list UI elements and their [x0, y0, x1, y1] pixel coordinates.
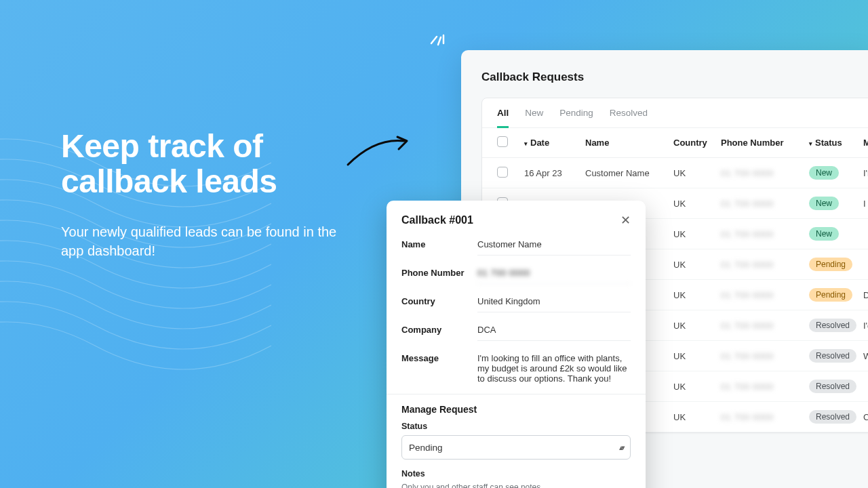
status-select-value: Pending: [409, 443, 443, 453]
cell-country: UK: [673, 412, 721, 422]
cell-phone: 01 700 0000: [721, 412, 809, 422]
field-country-value: United Kingdom: [477, 296, 631, 312]
table-tabs: All New Pending Resolved: [482, 98, 868, 128]
svg-line-0: [431, 37, 437, 43]
status-select[interactable]: Pending ▴▾: [401, 435, 631, 460]
tab-resolved[interactable]: Resolved: [610, 108, 648, 127]
status-badge: Resolved: [809, 319, 856, 332]
col-name[interactable]: Name: [585, 138, 673, 148]
status-badge: Pending: [809, 288, 852, 302]
cell-country: UK: [673, 260, 721, 270]
field-country-label: Country: [401, 296, 477, 306]
tab-new[interactable]: New: [525, 108, 543, 127]
cell-phone: 01 700 0000: [721, 321, 809, 331]
hero-headline: Keep track of callback leads: [61, 129, 353, 199]
select-all-checkbox[interactable]: [497, 136, 508, 147]
chevron-updown-icon: ▴▾: [619, 443, 623, 452]
cell-message: Could s: [863, 412, 868, 422]
tab-pending[interactable]: Pending: [559, 108, 593, 127]
status-badge: Resolved: [809, 410, 856, 424]
cell-country: UK: [673, 229, 721, 239]
status-label: Status: [401, 422, 631, 431]
field-phone-label: Phone Number: [401, 268, 477, 278]
field-company-value: DCA: [477, 325, 631, 341]
field-name-value: Customer Name: [477, 239, 631, 256]
field-message-value: I'm looking to fill an office with plant…: [477, 353, 631, 384]
status-badge: Resolved: [809, 380, 856, 393]
callback-detail-modal: Callback #001 ✕ NameCustomer Name Phone …: [387, 201, 646, 488]
field-message-label: Message: [401, 353, 477, 363]
col-country[interactable]: Country: [673, 138, 721, 148]
status-badge: Pending: [809, 258, 852, 271]
status-badge: New: [809, 227, 839, 241]
col-status[interactable]: Status: [809, 138, 863, 148]
cell-phone: 01 700 0000: [721, 199, 809, 209]
cell-country: UK: [673, 168, 721, 178]
hero-subhead: Your newly qualified leads can be found …: [61, 222, 353, 260]
cell-phone: 01 700 0000: [721, 229, 809, 239]
cell-country: UK: [673, 199, 721, 209]
table-header: Date Name Country Phone Number Status Me…: [482, 128, 868, 158]
status-badge: New: [809, 197, 839, 210]
cell-phone: 01 700 0000: [721, 168, 809, 178]
cell-country: UK: [673, 382, 721, 392]
cell-country: UK: [673, 321, 721, 331]
cell-phone: 01 700 0000: [721, 260, 809, 270]
cell-name: Customer Name: [585, 168, 673, 178]
svg-line-1: [438, 37, 441, 45]
close-icon[interactable]: ✕: [620, 213, 631, 228]
cell-country: UK: [673, 351, 721, 361]
cell-phone: 01 700 0000: [721, 382, 809, 392]
cell-message: I have a: [863, 199, 868, 209]
modal-title: Callback #001: [401, 214, 473, 226]
field-company-label: Company: [401, 325, 477, 335]
cell-phone: 01 700 0000: [721, 290, 809, 300]
hero-copy: Keep track of callback leads Your newly …: [61, 129, 353, 260]
row-checkbox[interactable]: [497, 167, 508, 178]
notes-label: Notes: [401, 469, 631, 479]
cell-message: I'm look: [863, 168, 868, 178]
table-row[interactable]: 16 Apr 23Customer NameUK01 700 0000NewI'…: [482, 158, 868, 188]
cell-message: Do you: [863, 290, 868, 300]
cell-phone: 01 700 0000: [721, 351, 809, 361]
spark-icon: [429, 23, 452, 49]
dashboard-title: Callback Requests: [481, 70, 868, 84]
col-message[interactable]: Messag: [863, 138, 868, 148]
cell-message: We hav: [863, 351, 868, 361]
status-badge: New: [809, 166, 839, 180]
cell-message: I'd like t: [863, 321, 868, 331]
status-badge: Resolved: [809, 349, 856, 363]
notes-hint: Only you and other staff can see notes: [401, 483, 631, 488]
cell-date: 16 Apr 23: [524, 168, 585, 178]
manage-heading: Manage Request: [387, 394, 646, 419]
cell-country: UK: [673, 290, 721, 300]
col-phone[interactable]: Phone Number: [721, 138, 809, 148]
col-date[interactable]: Date: [524, 138, 585, 148]
field-name-label: Name: [401, 239, 477, 249]
field-phone-value: 01 700 0000: [477, 268, 631, 284]
arrow-icon: [344, 134, 412, 171]
tab-all[interactable]: All: [497, 108, 509, 128]
